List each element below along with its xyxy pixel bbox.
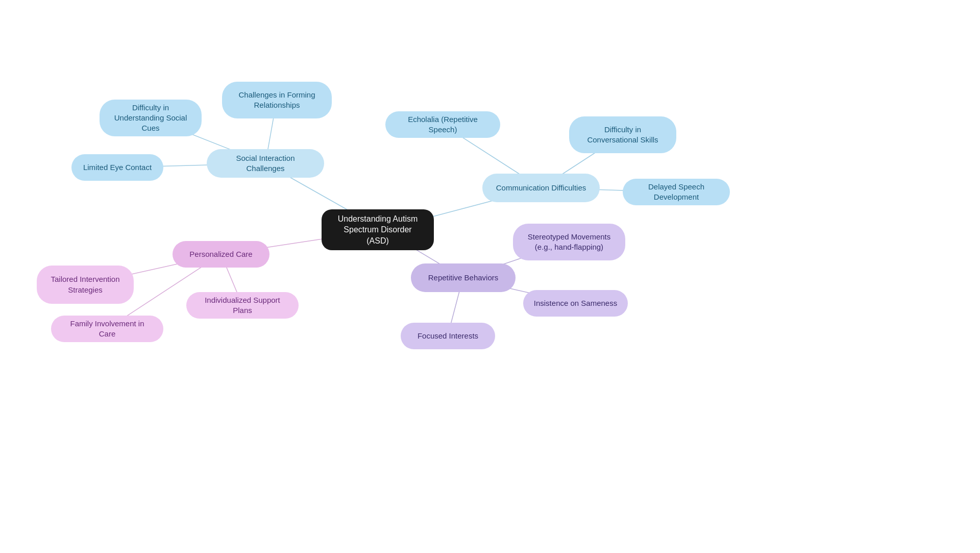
family-involvement-label: Family Involvement in Care bbox=[61, 319, 153, 340]
tailored-intervention-label: Tailored Intervention Strategies bbox=[47, 274, 124, 295]
challenges-forming-node: Challenges in Forming Relationships bbox=[222, 82, 332, 118]
social-interaction-node: Social Interaction Challenges bbox=[207, 149, 324, 178]
tailored-intervention-node: Tailored Intervention Strategies bbox=[37, 266, 134, 304]
individualized-support-node: Individualized Support Plans bbox=[186, 292, 299, 319]
difficulty-social-cues-label: Difficulty in Understanding Social Cues bbox=[110, 103, 191, 134]
center-node: Understanding Autism Spectrum Disorder (… bbox=[322, 209, 434, 250]
social-interaction-label: Social Interaction Challenges bbox=[217, 153, 314, 174]
center-label: Understanding Autism Spectrum Disorder (… bbox=[332, 213, 424, 247]
repetitive-behaviors-node: Repetitive Behaviors bbox=[411, 263, 516, 292]
individualized-support-label: Individualized Support Plans bbox=[197, 295, 288, 316]
delayed-speech-label: Delayed Speech Development bbox=[633, 182, 720, 203]
family-involvement-node: Family Involvement in Care bbox=[51, 316, 163, 342]
stereotyped-movements-label: Stereotyped Movements (e.g., hand-flappi… bbox=[523, 232, 615, 253]
limited-eye-node: Limited Eye Contact bbox=[71, 154, 163, 181]
communication-diff-label: Communication Difficulties bbox=[496, 183, 586, 193]
insistence-sameness-label: Insistence on Sameness bbox=[534, 298, 617, 308]
personalized-care-node: Personalized Care bbox=[173, 241, 270, 268]
insistence-sameness-node: Insistence on Sameness bbox=[523, 290, 628, 317]
personalized-care-label: Personalized Care bbox=[189, 249, 252, 259]
difficulty-conv-node: Difficulty in Conversational Skills bbox=[569, 116, 676, 153]
limited-eye-label: Limited Eye Contact bbox=[83, 162, 152, 173]
repetitive-behaviors-label: Repetitive Behaviors bbox=[428, 273, 499, 283]
stereotyped-movements-node: Stereotyped Movements (e.g., hand-flappi… bbox=[513, 224, 625, 260]
communication-diff-node: Communication Difficulties bbox=[482, 174, 600, 202]
echolalia-label: Echolalia (Repetitive Speech) bbox=[396, 114, 490, 135]
focused-interests-node: Focused Interests bbox=[401, 323, 495, 349]
difficulty-conv-label: Difficulty in Conversational Skills bbox=[579, 125, 666, 146]
focused-interests-label: Focused Interests bbox=[418, 331, 478, 341]
delayed-speech-node: Delayed Speech Development bbox=[623, 179, 730, 205]
challenges-forming-label: Challenges in Forming Relationships bbox=[232, 90, 322, 111]
difficulty-social-cues-node: Difficulty in Understanding Social Cues bbox=[100, 100, 202, 136]
echolalia-node: Echolalia (Repetitive Speech) bbox=[385, 111, 500, 138]
